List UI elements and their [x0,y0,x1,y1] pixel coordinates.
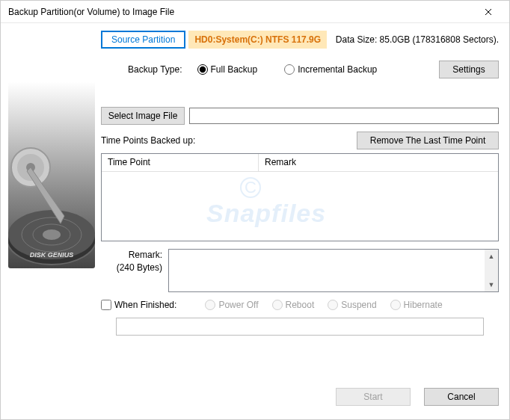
svg-point-4 [43,229,61,240]
when-finished-label: When Finished: [114,300,176,310]
close-icon [485,8,492,16]
select-image-file-button[interactable]: Select Image File [101,107,185,125]
progress-bar [116,318,484,336]
backup-dialog: Backup Partition(or Volume) to Image Fil… [0,0,510,420]
incremental-backup-radio-input[interactable] [284,64,295,75]
time-points-table: Time Point Remark [101,153,499,241]
time-points-label: Time Points Backed up: [101,135,195,146]
when-finished-checkbox-input[interactable] [101,300,111,310]
table-col-time-point[interactable]: Time Point [102,154,259,171]
full-backup-radio-input[interactable] [197,64,208,75]
full-backup-label: Full Backup [211,64,258,75]
remark-scrollbar[interactable]: ▲ ▼ [485,250,498,291]
reboot-radio: Reboot [272,300,315,310]
poweroff-radio: Power Off [205,300,258,310]
data-size-label: Data Size: 85.0GB (178316808 Sectors). [336,34,499,45]
close-button[interactable] [473,1,503,22]
incremental-backup-label: Incremental Backup [298,64,377,75]
backup-type-label: Backup Type: [128,64,182,75]
main-panel: Source Partition HD0:System(C:) NTFS 117… [95,23,509,419]
remark-label-group: Remark: (240 Bytes) [101,249,168,292]
start-button[interactable]: Start [336,388,411,406]
cancel-button[interactable]: Cancel [424,388,499,406]
sidebar: DISK GENIUS [1,23,95,419]
scroll-down-icon[interactable]: ▼ [485,278,498,291]
titlebar: Backup Partition(or Volume) to Image Fil… [1,1,509,23]
partition-info: HD0:System(C:) NTFS 117.9G [188,31,327,49]
image-file-path-input[interactable] [189,108,499,124]
window-title: Backup Partition(or Volume) to Image Fil… [8,7,174,17]
scroll-up-icon[interactable]: ▲ [485,250,498,263]
when-finished-checkbox[interactable]: When Finished: [101,300,176,310]
source-partition-tab[interactable]: Source Partition [101,31,185,49]
full-backup-radio[interactable]: Full Backup [197,64,258,75]
settings-button[interactable]: Settings [439,61,499,78]
table-col-remark[interactable]: Remark [259,154,498,171]
suspend-radio: Suspend [328,300,376,310]
incremental-backup-radio[interactable]: Incremental Backup [284,64,377,75]
remark-label: Remark: [101,249,162,262]
disk-illustration: DISK GENIUS [8,29,95,268]
remark-textarea[interactable] [169,250,485,291]
remark-bytes-label: (240 Bytes) [101,262,162,274]
hibernate-radio: Hibernate [390,300,443,310]
svg-text:DISK GENIUS: DISK GENIUS [30,251,74,259]
remove-last-time-point-button[interactable]: Remove The Last Time Point [357,132,499,149]
